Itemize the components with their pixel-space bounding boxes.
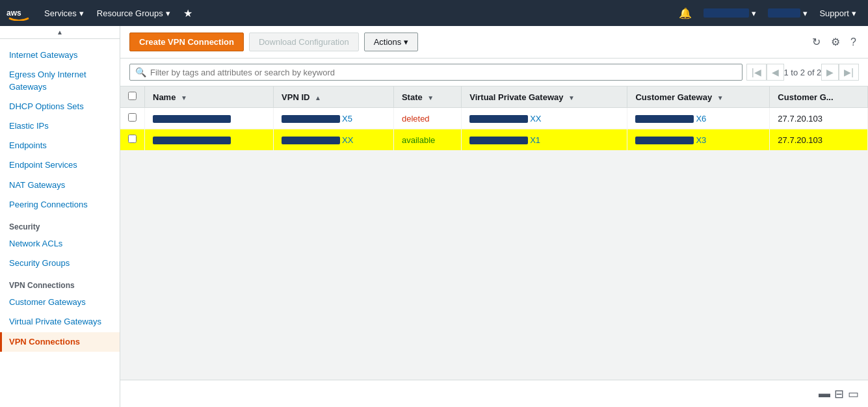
vpn-section-header: VPN Connections xyxy=(0,273,120,293)
sidebar-item-customer-gateways[interactable]: Customer Gateways xyxy=(0,293,120,312)
row-vpg[interactable]: XX xyxy=(462,108,627,129)
row-checkbox-cell xyxy=(120,129,145,151)
table-row: X5deletedXXX627.7.20.103 xyxy=(120,108,868,129)
col-state: State ▼ xyxy=(393,86,461,108)
col-vpn-id: VPN ID ▲ xyxy=(274,86,394,108)
create-vpn-button[interactable]: Create VPN Connection xyxy=(129,33,244,51)
search-icon: 🔍 xyxy=(135,67,146,77)
actions-chevron-icon: ▾ xyxy=(404,37,408,47)
sidebar-item-endpoint-services[interactable]: Endpoint Services xyxy=(0,155,120,175)
col-name: Name ▼ xyxy=(145,86,274,108)
sidebar-item-peering-connections[interactable]: Peering Connections xyxy=(0,195,120,215)
table-section: 🔍 |◀ ◀ 1 to 2 of 2 ▶ ▶| xyxy=(120,59,868,407)
row-customer-ip: 27.7.20.103 xyxy=(770,108,868,129)
pagination-controls: |◀ ◀ 1 to 2 of 2 ▶ ▶| xyxy=(746,64,859,81)
sidebar-item-elastic-ips[interactable]: Elastic IPs xyxy=(0,116,120,136)
user-menu[interactable]: ▾ xyxy=(698,0,761,26)
next-page-button[interactable]: ▶ xyxy=(821,64,839,81)
settings-icon[interactable]: ⚙ xyxy=(828,33,843,51)
bottom-pane: ▬ ⊟ ▭ xyxy=(120,380,868,407)
first-page-button[interactable]: |◀ xyxy=(746,64,767,81)
cgw-sort-icon[interactable]: ▼ xyxy=(717,94,724,101)
aws-logo[interactable]: aws xyxy=(7,5,31,21)
col-cgw: Customer Gateway ▼ xyxy=(627,86,770,108)
bell-icon[interactable]: 🔔 xyxy=(674,0,697,26)
toolbar: Create VPN Connection Download Configura… xyxy=(120,26,868,59)
filter-input-wrap[interactable]: 🔍 xyxy=(129,64,743,81)
sidebar-item-virtual-private-gateways[interactable]: Virtual Private Gateways xyxy=(0,312,120,332)
sidebar-item-vpn-connections[interactable]: VPN Connections xyxy=(0,332,120,352)
pagination-info: 1 to 2 of 2 xyxy=(784,68,822,77)
services-menu[interactable]: Services ▾ xyxy=(39,0,89,26)
sidebar: ▲ Route Tables Internet Gateways Egress … xyxy=(0,26,120,407)
vpnid-sort-icon[interactable]: ▲ xyxy=(315,94,321,101)
main-content: Create VPN Connection Download Configura… xyxy=(120,26,868,407)
row-state: deleted xyxy=(393,108,461,129)
sidebar-item-nat-gateways[interactable]: NAT Gateways xyxy=(0,176,120,195)
refresh-icon[interactable]: ↻ xyxy=(809,33,823,51)
support-menu[interactable]: Support ▾ xyxy=(814,0,861,26)
resource-groups-menu[interactable]: Resource Groups ▾ xyxy=(92,0,176,26)
svg-text:aws: aws xyxy=(7,8,21,18)
region-chevron-icon: ▾ xyxy=(803,8,808,18)
row-state: available xyxy=(393,129,461,151)
app-body: ▲ Route Tables Internet Gateways Egress … xyxy=(0,26,868,407)
row-cgw[interactable]: X6 xyxy=(627,108,770,129)
services-chevron-icon: ▾ xyxy=(79,8,84,18)
search-input[interactable] xyxy=(150,68,737,77)
state-sort-icon[interactable]: ▼ xyxy=(427,94,434,101)
region-menu[interactable]: ▾ xyxy=(763,0,813,26)
star-icon[interactable]: ★ xyxy=(178,0,198,26)
row-name xyxy=(145,129,274,151)
security-section-header: Security xyxy=(0,215,120,234)
vpn-connections-table: Name ▼ VPN ID ▲ State ▼ xyxy=(120,86,868,151)
col-vpg: Virtual Private Gateway ▼ xyxy=(462,86,627,108)
filter-bar: 🔍 |◀ ◀ 1 to 2 of 2 ▶ ▶| xyxy=(120,59,868,86)
sidebar-item-security-groups[interactable]: Security Groups xyxy=(0,254,120,273)
row-customer-ip: 27.7.20.103 xyxy=(770,129,868,151)
row-cgw[interactable]: X3 xyxy=(627,129,770,151)
panel-icon-3[interactable]: ▭ xyxy=(848,387,859,401)
row-name xyxy=(145,108,274,129)
resource-groups-chevron-icon: ▾ xyxy=(166,8,170,18)
prev-page-button[interactable]: ◀ xyxy=(767,64,784,81)
col-customer-ip: Customer G... xyxy=(770,86,868,108)
select-all-header xyxy=(120,86,145,108)
table-row: XXavailableX1X327.7.20.103 xyxy=(120,129,868,151)
panel-icon-2[interactable]: ⊟ xyxy=(834,387,844,401)
row-checkbox-cell xyxy=(120,108,145,129)
row-checkbox-0[interactable] xyxy=(128,113,137,122)
username-redacted xyxy=(704,8,749,18)
last-page-button[interactable]: ▶| xyxy=(839,64,859,81)
sidebar-scroll-up[interactable]: ▲ xyxy=(0,26,120,39)
select-all-checkbox[interactable] xyxy=(128,92,137,100)
name-sort-icon[interactable]: ▼ xyxy=(181,94,187,101)
region-redacted xyxy=(768,8,800,18)
row-vpn-id[interactable]: X5 xyxy=(274,108,394,129)
actions-button[interactable]: Actions ▾ xyxy=(364,33,419,51)
table-wrap: Name ▼ VPN ID ▲ State ▼ xyxy=(120,86,868,380)
sidebar-item-endpoints[interactable]: Endpoints xyxy=(0,136,120,155)
help-icon[interactable]: ? xyxy=(848,34,859,51)
scroll-up-icon: ▲ xyxy=(57,29,63,36)
top-navigation: aws Services ▾ Resource Groups ▾ ★ 🔔 ▾ ▾… xyxy=(0,0,868,26)
row-vpg[interactable]: X1 xyxy=(462,129,627,151)
vpg-sort-icon[interactable]: ▼ xyxy=(568,94,575,101)
sidebar-item-dhcp-options[interactable]: DHCP Options Sets xyxy=(0,97,120,116)
sidebar-item-egress-only[interactable]: Egress Only Internet Gateways xyxy=(0,65,120,96)
row-vpn-id[interactable]: XX xyxy=(274,129,394,151)
sidebar-item-internet-gateways[interactable]: Internet Gateways xyxy=(0,46,120,65)
support-chevron-icon: ▾ xyxy=(852,8,856,18)
sidebar-item-network-acls[interactable]: Network ACLs xyxy=(0,234,120,254)
user-chevron-icon: ▾ xyxy=(752,8,756,18)
download-config-button[interactable]: Download Configuration xyxy=(249,33,359,51)
panel-icon-1[interactable]: ▬ xyxy=(819,387,830,400)
row-checkbox-1[interactable] xyxy=(128,135,137,143)
